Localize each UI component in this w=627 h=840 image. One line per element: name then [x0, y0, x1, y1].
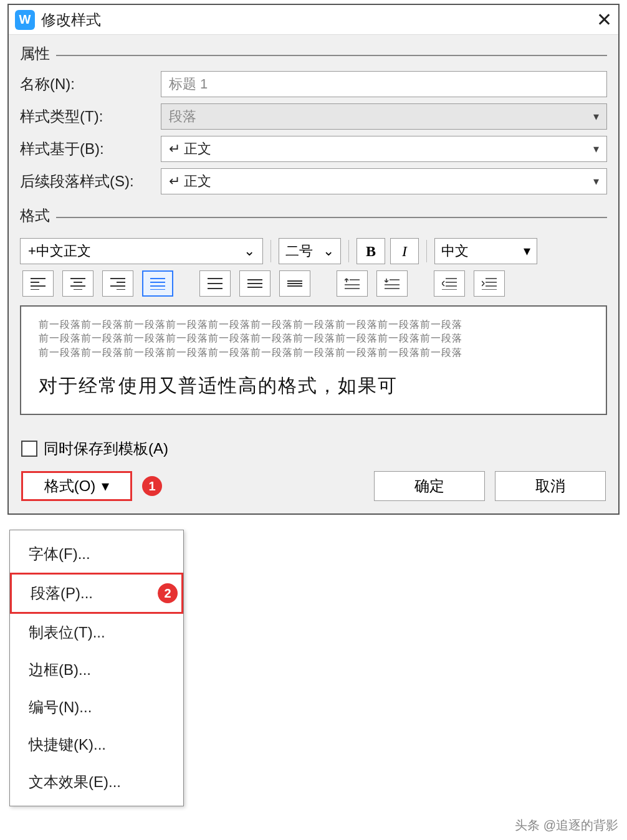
menu-border[interactable]: 边框(B)...	[10, 651, 183, 689]
spacing-tight-button[interactable]	[279, 270, 310, 297]
modify-style-dialog: W 修改样式 ✕ 属性 名称(N): 标题 1 样式类型(T): 段落▾ 样式基…	[7, 4, 620, 515]
menu-tabs[interactable]: 制表位(T)...	[10, 614, 183, 651]
menu-shortcut[interactable]: 快捷键(K)...	[10, 726, 183, 763]
annotation-badge-2: 2	[158, 583, 178, 603]
spacing-loose-button[interactable]	[199, 270, 231, 297]
bold-button[interactable]: B	[357, 238, 385, 264]
chevron-down-icon[interactable]: ⌄	[244, 243, 255, 259]
menu-font[interactable]: 字体(F)...	[10, 535, 183, 573]
preview-sample-text: 对于经常使用又普适性高的格式，如果可	[39, 373, 588, 399]
close-icon[interactable]: ✕	[596, 9, 612, 31]
font-size-select[interactable]: 二号⌄	[279, 238, 341, 264]
language-select[interactable]: 中文▾	[434, 238, 537, 264]
annotation-badge-1: 1	[142, 476, 162, 496]
align-left-button[interactable]	[22, 270, 54, 297]
dialog-title: 修改样式	[41, 10, 101, 30]
next-style-select[interactable]: ↵ 正文▾	[161, 168, 607, 194]
name-input[interactable]: 标题 1	[161, 71, 607, 97]
indent-increase-button[interactable]	[474, 270, 505, 297]
format-dropdown-menu: 字体(F)... 段落(P)... 2 制表位(T)... 边框(B)... 编…	[9, 530, 184, 806]
align-justify-button[interactable]	[142, 270, 173, 297]
italic-button[interactable]: I	[390, 238, 419, 264]
label-next: 后续段落样式(S):	[20, 171, 151, 191]
menu-numbering[interactable]: 编号(N)...	[10, 689, 183, 726]
titlebar: W 修改样式 ✕	[9, 5, 618, 35]
align-right-button[interactable]	[102, 270, 133, 297]
ok-button[interactable]: 确定	[374, 471, 485, 501]
chevron-down-icon[interactable]: ▾	[524, 243, 530, 259]
chevron-down-icon: ▾	[102, 477, 109, 495]
style-type-select: 段落▾	[161, 103, 607, 130]
menu-paragraph[interactable]: 段落(P)... 2	[10, 573, 183, 614]
menu-text-effect[interactable]: 文本效果(E)...	[10, 763, 183, 801]
section-format: 格式	[20, 206, 607, 226]
label-type: 样式类型(T):	[20, 107, 151, 126]
save-to-template-label: 同时保存到模板(A)	[44, 439, 168, 459]
indent-decrease-button[interactable]	[434, 270, 465, 297]
section-attributes: 属性	[20, 44, 607, 64]
label-base: 样式基于(B):	[20, 139, 151, 159]
style-preview: 前一段落前一段落前一段落前一段落前一段落前一段落前一段落前一段落前一段落前一段落…	[20, 305, 607, 415]
cancel-button[interactable]: 取消	[495, 471, 606, 501]
style-base-select[interactable]: ↵ 正文▾	[161, 136, 607, 162]
save-to-template-checkbox[interactable]	[21, 441, 37, 457]
para-space-decrease-button[interactable]	[376, 270, 408, 297]
chevron-down-icon[interactable]: ▾	[593, 174, 599, 188]
chevron-down-icon[interactable]: ▾	[593, 142, 599, 156]
chevron-down-icon[interactable]: ⌄	[323, 243, 334, 259]
align-center-button[interactable]	[62, 270, 93, 297]
chevron-down-icon: ▾	[593, 110, 599, 123]
watermark: 头条 @追逐的背影	[515, 817, 618, 834]
spacing-normal-button[interactable]	[239, 270, 270, 297]
font-family-select[interactable]: +中文正文⌄	[20, 238, 263, 264]
para-space-increase-button[interactable]	[337, 270, 368, 297]
wps-app-icon: W	[15, 10, 35, 30]
format-dropdown-button[interactable]: 格式(O)▾	[21, 471, 132, 501]
label-name: 名称(N):	[20, 74, 151, 94]
